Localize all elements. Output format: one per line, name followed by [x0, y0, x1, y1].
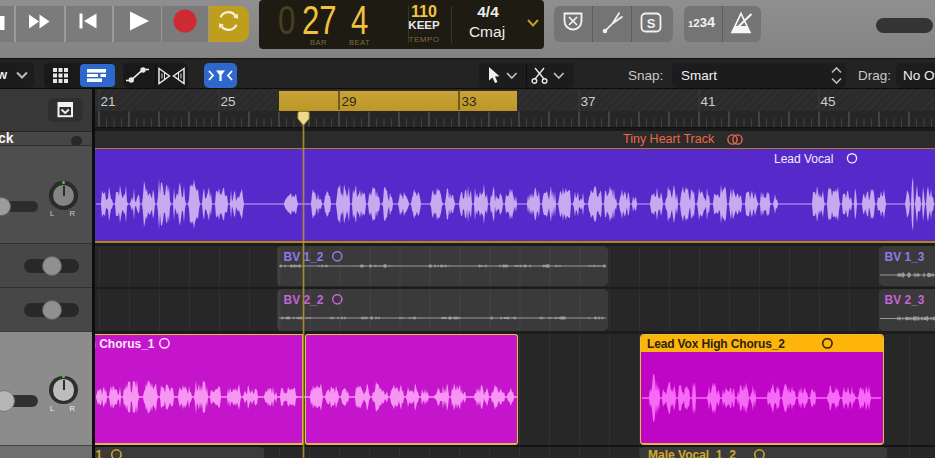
svg-text:S: S	[647, 16, 656, 31]
